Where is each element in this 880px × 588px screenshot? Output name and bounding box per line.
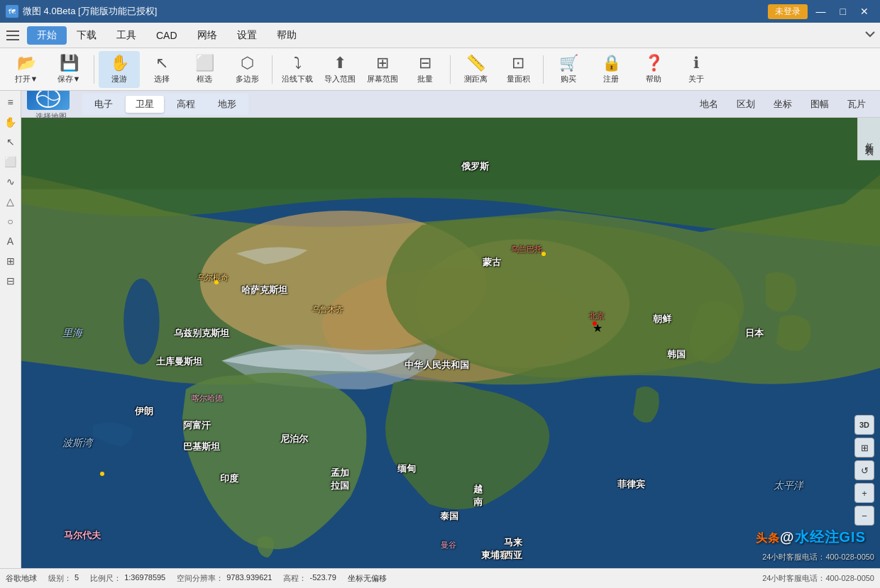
polygon-icon: ⬡ xyxy=(241,54,254,72)
ctrl-3d[interactable]: 3D xyxy=(854,415,874,435)
line-download-button[interactable]: ⤵ 沿线下载 xyxy=(277,51,318,88)
batch-icon: ⊟ xyxy=(419,54,431,72)
map-btn-coordinate[interactable]: 坐标 xyxy=(765,95,801,113)
watermark: 头条@水经注GIS xyxy=(756,528,866,547)
ctrl-zoom-in[interactable]: + xyxy=(854,483,874,503)
status-level-label: 级别： xyxy=(48,573,72,584)
status-level-value: 5 xyxy=(75,573,79,584)
sidebar-tool-8[interactable]: A xyxy=(2,233,19,250)
polygon-button[interactable]: ⬡ 多边形 xyxy=(226,51,268,88)
toolbar-separator-4 xyxy=(543,55,544,84)
import-range-button[interactable]: ⬆ 导入范围 xyxy=(319,51,361,88)
map-btn-placename[interactable]: 地名 xyxy=(691,95,727,113)
map-logo xyxy=(27,91,70,110)
ctrl-zoom-out[interactable]: − xyxy=(854,506,874,526)
box-select-label: 框选 xyxy=(197,74,212,84)
minimize-button[interactable]: — xyxy=(810,4,832,19)
status-scale-value: 1:36978595 xyxy=(124,573,165,584)
statusbar: 谷歌地球 级别： 5 比例尺： 1:36978595 空间分辨率： 9783.9… xyxy=(0,568,880,588)
purchase-button[interactable]: 🛒 购买 xyxy=(548,51,589,88)
help-label: 帮助 xyxy=(646,74,661,84)
map-tab-electronic[interactable]: 电子 xyxy=(84,96,123,113)
left-sidebar: ≡ ✋ ↖ ⬜ ∿ △ ○ A ⊞ ⊟ xyxy=(0,91,21,568)
main-layout: ≡ ✋ ↖ ⬜ ∿ △ ○ A ⊞ ⊟ xyxy=(0,91,880,568)
menu-item-cad[interactable]: CAD xyxy=(146,27,187,44)
measure-area-button[interactable]: ⊡ 量面积 xyxy=(497,51,539,88)
map-container[interactable]: 选择地图 电子 卫星 高程 地形 地名 区划 坐标 图幅 瓦片 任务列表 俄罗斯… xyxy=(21,91,880,568)
login-button[interactable]: 未登录 xyxy=(768,4,808,19)
import-range-icon: ⬆ xyxy=(334,54,346,72)
box-select-icon: ⬜ xyxy=(195,54,214,72)
sidebar-tool-3[interactable]: ↖ xyxy=(2,133,19,150)
map-btn-mapsheet[interactable]: 图幅 xyxy=(802,95,837,113)
map-logo-wrap: 选择地图 xyxy=(27,91,75,122)
svg-rect-5 xyxy=(21,118,880,189)
sidebar-tool-4[interactable]: ⬜ xyxy=(2,153,19,170)
about-icon: ℹ xyxy=(693,54,699,72)
menu-item-help[interactable]: 帮助 xyxy=(267,26,307,45)
open-icon: 📂 xyxy=(17,54,36,72)
purchase-icon: 🛒 xyxy=(559,54,578,72)
open-label: 打开▼ xyxy=(15,74,38,84)
map-tab-satellite[interactable]: 卫星 xyxy=(126,96,164,113)
sidebar-tool-2[interactable]: ✋ xyxy=(2,113,19,131)
open-button[interactable]: 📂 打开▼ xyxy=(6,51,47,88)
sidebar-tool-5[interactable]: ∿ xyxy=(2,173,19,190)
sidebar-tool-10[interactable]: ⊟ xyxy=(2,272,19,289)
sidebar-tool-1[interactable]: ≡ xyxy=(2,94,19,111)
map-btn-region[interactable]: 区划 xyxy=(728,95,764,113)
save-button[interactable]: 💾 保存▼ xyxy=(48,51,89,88)
save-label: 保存▼ xyxy=(57,74,81,84)
menu-item-tools[interactable]: 工具 xyxy=(106,26,146,45)
line-download-icon: ⤵ xyxy=(294,54,302,72)
map-right-panel: 地名 区划 坐标 图幅 瓦片 xyxy=(691,91,880,118)
sidebar-tool-6[interactable]: △ xyxy=(2,193,19,210)
status-elev-label: 高程： xyxy=(283,573,307,584)
map-btn-tile[interactable]: 瓦片 xyxy=(839,95,874,113)
roam-icon: ✋ xyxy=(110,54,129,72)
sidebar-tool-7[interactable]: ○ xyxy=(2,213,19,230)
menu-item-network[interactable]: 网络 xyxy=(187,26,227,45)
maximize-button[interactable]: □ xyxy=(835,4,852,19)
menu-item-start[interactable]: 开始 xyxy=(27,26,67,45)
save-icon: 💾 xyxy=(60,54,79,72)
register-button[interactable]: 🔒 注册 xyxy=(590,51,632,88)
ctrl-grid[interactable]: ⊞ xyxy=(854,438,874,457)
task-list-button[interactable]: 任务列表 xyxy=(857,118,880,160)
select-button[interactable]: ↖ 选择 xyxy=(141,51,182,88)
status-scale: 比例尺： 1:36978595 xyxy=(90,573,165,584)
status-res-label: 空间分辨率： xyxy=(177,573,224,584)
measure-area-label: 量面积 xyxy=(507,74,530,84)
status-support: 24小时客服电话：400-028-0050 xyxy=(762,573,874,584)
batch-label: 批量 xyxy=(417,74,433,84)
select-icon: ↖ xyxy=(155,54,168,72)
menu-item-settings[interactable]: 设置 xyxy=(227,26,267,45)
screen-range-icon: ⊞ xyxy=(376,54,389,72)
box-select-button[interactable]: ⬜ 框选 xyxy=(184,51,225,88)
hamburger-menu[interactable] xyxy=(3,26,23,45)
ctrl-rotate[interactable]: ↺ xyxy=(854,460,874,480)
batch-button[interactable]: ⊟ 批量 xyxy=(405,51,446,88)
map-tab-elevation[interactable]: 高程 xyxy=(167,96,205,113)
toolbar-separator-2 xyxy=(272,55,273,84)
status-elev-value: -523.79 xyxy=(309,573,336,584)
menu-item-download[interactable]: 下载 xyxy=(67,26,106,45)
about-button[interactable]: ℹ 关于 xyxy=(676,51,717,88)
import-range-label: 导入范围 xyxy=(324,74,356,84)
roam-button[interactable]: ✋ 漫游 xyxy=(99,51,140,88)
measure-dist-label: 测距离 xyxy=(464,74,488,84)
roam-label: 漫游 xyxy=(111,74,127,84)
map-tab-group: 电子 卫星 高程 地形 xyxy=(82,94,248,115)
status-scale-label: 比例尺： xyxy=(90,573,121,584)
register-icon: 🔒 xyxy=(602,54,621,72)
sidebar-tool-9[interactable]: ⊞ xyxy=(2,253,19,270)
register-label: 注册 xyxy=(603,74,619,84)
close-button[interactable]: ✕ xyxy=(854,4,874,19)
measure-area-icon: ⊡ xyxy=(512,54,524,72)
status-res-value: 9783.939621 xyxy=(226,573,272,584)
screen-range-button[interactable]: ⊞ 屏幕范围 xyxy=(362,51,403,88)
map-logo-label: 选择地图 xyxy=(35,111,67,122)
help-button[interactable]: ❓ 帮助 xyxy=(633,51,674,88)
measure-dist-button[interactable]: 📏 测距离 xyxy=(455,51,496,88)
map-tab-terrain[interactable]: 地形 xyxy=(208,96,246,113)
